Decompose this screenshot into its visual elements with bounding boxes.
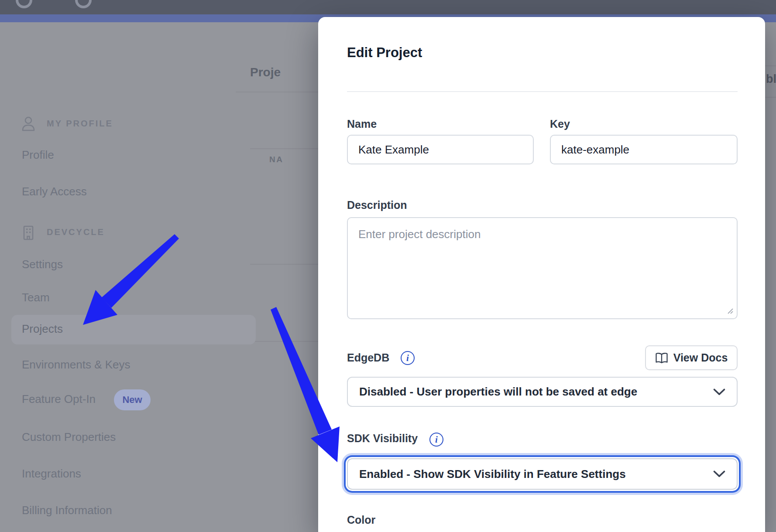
chevron-down-icon	[713, 471, 725, 477]
sdk-visibility-select[interactable]: Enabled - Show SDK Visibility in Feature…	[347, 458, 738, 490]
sidebar-item-early-access[interactable]: Early Access	[22, 185, 87, 200]
sidebar-item-profile[interactable]: Profile	[22, 148, 54, 163]
project-description-textarea[interactable]	[347, 217, 738, 319]
edgedb-select[interactable]: Disabled - User properties will not be s…	[347, 377, 738, 407]
sidebar-item-custom-properties[interactable]: Custom Properties	[22, 430, 116, 445]
background-page-heading: Proje	[250, 65, 318, 83]
dialog-title: Edit Project	[347, 45, 422, 61]
sidebar-item-feature-opt-in[interactable]: Feature Opt-In	[22, 392, 96, 407]
sidebar-section-devcycle: DEVCYCLE	[47, 227, 105, 240]
project-key-input[interactable]	[550, 135, 738, 164]
chevron-down-icon	[713, 389, 725, 396]
color-label: Color	[347, 514, 375, 526]
sidebar-item-environments-keys[interactable]: Environments & Keys	[22, 358, 130, 373]
sdk-visibility-label: SDK Visibility	[347, 432, 418, 445]
sidebar-item-integrations[interactable]: Integrations	[22, 467, 81, 482]
background-table-line	[250, 264, 318, 265]
sdk-visibility-selected-option: Enabled - Show SDK Visibility in Feature…	[359, 467, 626, 481]
arrow-to-projects-item	[83, 234, 179, 325]
textarea-resize-handle[interactable]	[725, 306, 734, 315]
edgedb-selected-option: Disabled - User properties will not be s…	[359, 385, 637, 399]
clipped-logo-glyph	[75, 0, 92, 8]
sdk-visibility-info-icon[interactable]: i	[429, 433, 443, 447]
clipped-logo-glyph	[16, 0, 32, 8]
sidebar-item-team[interactable]: Team	[22, 291, 50, 306]
background-table-line	[765, 65, 776, 66]
view-docs-label: View Docs	[673, 351, 728, 364]
dialog-divider	[347, 91, 738, 92]
background-table-column-header: NA	[269, 155, 283, 164]
sidebar-section-my-profile: MY PROFILE	[47, 119, 113, 132]
sidebar-item-billing-information[interactable]: Billing Information	[22, 504, 112, 518]
view-docs-button[interactable]: View Docs	[645, 345, 738, 370]
name-label: Name	[347, 118, 377, 130]
project-name-input[interactable]	[347, 135, 534, 164]
new-badge: New	[114, 389, 151, 410]
background-table-line	[250, 148, 318, 149]
open-book-icon	[655, 352, 668, 364]
edgedb-info-icon[interactable]: i	[401, 351, 415, 365]
top-navigation-bar	[0, 0, 776, 14]
key-label: Key	[550, 118, 570, 130]
background-table-line	[236, 92, 318, 92]
sidebar-item-settings[interactable]: Settings	[22, 258, 63, 273]
background-table-line	[765, 97, 776, 98]
person-icon	[21, 116, 36, 132]
building-icon	[21, 225, 36, 241]
description-label: Description	[347, 199, 407, 211]
background-table-line	[250, 341, 318, 342]
sidebar-item-projects[interactable]: Projects	[22, 322, 63, 337]
screen: Proje NA ble MY PROFILE Profile Early Ac…	[0, 0, 776, 532]
edgedb-label: EdgeDB	[347, 351, 389, 364]
background-clipped-text: ble	[766, 72, 776, 86]
